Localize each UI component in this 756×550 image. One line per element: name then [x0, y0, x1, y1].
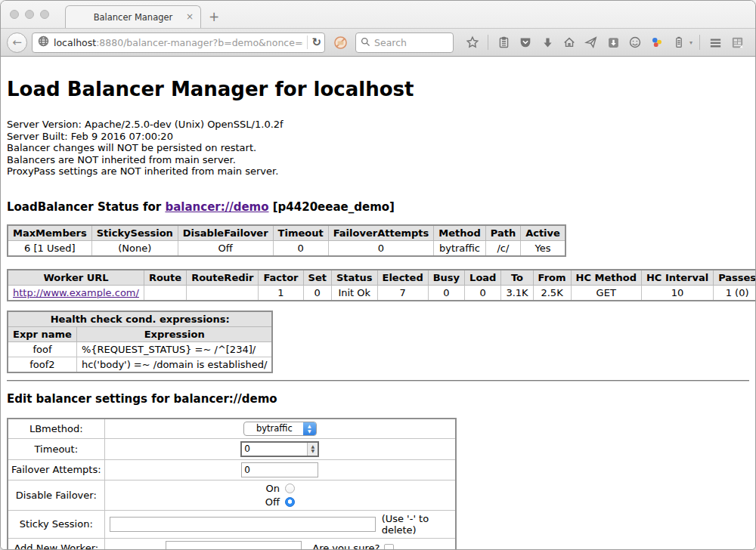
table-header-cell: Expression [76, 326, 272, 341]
toolbar-icons: ▾ [464, 34, 745, 51]
server-info: Server Version: Apache/2.5.0-dev (Unix) … [7, 119, 749, 178]
menu-hamburger-icon[interactable] [707, 34, 723, 51]
colored-dots-icon[interactable] [649, 34, 665, 51]
table-cell: bytraffic [434, 240, 485, 256]
back-icon: ← [12, 36, 22, 49]
back-button[interactable]: ← [7, 32, 27, 53]
table-cell: 0 [465, 285, 501, 301]
sticky-session-note: (Use '-' to delete) [382, 513, 451, 536]
expression-cell: hc('body') =~ /domain is established/ [76, 357, 272, 372]
browser-tab[interactable]: Balancer Manager × [65, 5, 201, 28]
zoom-window-button[interactable] [40, 10, 49, 19]
health-check-table: Health check cond. expressions:Expr name… [7, 311, 273, 373]
status-heading-suffix: [p4420eeae_demo] [269, 200, 395, 214]
send-plane-icon[interactable] [583, 34, 600, 51]
reload-icon[interactable]: ↻ [311, 36, 321, 49]
table-header-cell: Expr name [8, 326, 76, 341]
table-header-cell: Busy [428, 270, 464, 286]
battery-icon[interactable] [671, 34, 687, 51]
url-domain: localhost [54, 37, 96, 48]
downloads-icon[interactable] [539, 34, 556, 51]
lbmethod-row: LBmethod: bytraffic ▲▼ [8, 419, 456, 439]
search-icon [361, 36, 370, 50]
tab-close-icon[interactable]: × [186, 11, 194, 22]
lbmethod-select[interactable]: bytraffic ▲▼ [243, 422, 317, 436]
table-cell: 1 (0) [714, 285, 755, 301]
pocket-icon[interactable] [517, 34, 534, 51]
timeout-input[interactable] [242, 443, 307, 456]
table-header-cell: DisableFailover [178, 225, 273, 241]
table-header-cell: Timeout [273, 225, 328, 241]
failover-attempts-row: Failover Attempts: [8, 459, 456, 480]
number-spinner-icon[interactable]: ▲▼ [307, 443, 318, 456]
radio-off-label: Off [265, 496, 280, 508]
table-cell: /c/ [485, 240, 520, 256]
section-divider [7, 380, 749, 382]
url-text[interactable]: localhost:8880/balancer-manager?b=demo&n… [54, 37, 303, 48]
table-row: foof2hc('body') =~ /domain is establishe… [8, 357, 272, 372]
window-controls[interactable] [10, 10, 49, 19]
add-worker-label: Add New Worker: [8, 538, 104, 549]
loadbalancer-status-heading: LoadBalancer Status for balancer://demo … [7, 200, 749, 214]
health-table-title: Health check cond. expressions: [8, 311, 272, 327]
expr-name-cell: foof [8, 341, 76, 357]
radio-on-label: On [265, 483, 279, 494]
bookmark-star-icon[interactable] [464, 34, 481, 51]
table-header-cell: Load [465, 270, 501, 286]
table-header-cell: HC Method [571, 270, 641, 286]
search-bar[interactable]: Search [355, 32, 454, 53]
worker-url-link[interactable]: http://www.example.com/ [13, 287, 139, 298]
search-placeholder: Search [374, 37, 407, 48]
sticky-session-input[interactable] [110, 517, 376, 532]
table-cell [187, 285, 259, 301]
disable-failover-on-radio[interactable] [285, 484, 295, 493]
server-info-line: Server Version: Apache/2.5.0-dev (Unix) … [7, 119, 749, 131]
failover-attempts-input[interactable] [241, 462, 318, 477]
minimize-window-button[interactable] [25, 10, 34, 19]
table-cell: 0 [428, 285, 464, 301]
chevron-down-icon[interactable]: ▾ [689, 39, 692, 46]
server-info-line: Balancer changes will NOT be persisted o… [7, 142, 749, 154]
timeout-row: Timeout: ▲▼ [8, 438, 456, 459]
table-header-cell: To [501, 270, 533, 286]
table-header-cell: Route [144, 270, 186, 286]
feedback-smiley-icon[interactable] [627, 34, 643, 51]
new-tab-button[interactable]: + [201, 7, 227, 26]
close-window-button[interactable] [10, 10, 19, 19]
lbmethod-selected-value: bytraffic [244, 423, 303, 434]
table-header-cell: Worker URL [8, 270, 144, 286]
expr-name-cell: foof2 [8, 357, 76, 372]
image-block-icon[interactable] [332, 34, 349, 51]
table-header-cell: Set [303, 270, 331, 286]
timeout-label: Timeout: [8, 438, 104, 459]
tab-groups-icon[interactable] [729, 34, 745, 51]
failover-attempts-label: Failover Attempts: [8, 459, 104, 480]
lbmethod-label: LBmethod: [8, 419, 104, 439]
table-header-cell: MaxMembers [8, 225, 91, 241]
worker-url-cell: http://www.example.com/ [8, 285, 144, 301]
table-row: foof%{REQUEST_STATUS} =~ /^[234]/ [8, 341, 272, 357]
url-bar[interactable]: localhost:8880/balancer-manager?b=demo&n… [32, 32, 325, 53]
sticky-session-row: Sticky Session: (Use '-' to delete) [8, 510, 456, 538]
table-header-cell: Factor [259, 270, 303, 286]
home-icon[interactable] [561, 34, 578, 51]
are-you-sure-checkbox[interactable] [384, 544, 394, 549]
table-cell: Init Ok [331, 285, 377, 301]
disable-failover-off-radio[interactable] [285, 497, 295, 507]
server-info-line: Server Built: Feb 9 2016 07:00:20 [7, 131, 749, 143]
server-info-line: Balancers are NOT inherited from main se… [7, 154, 749, 166]
url-path: :8880/balancer-manager?b=demo&nonce=decc… [96, 37, 303, 48]
status-heading-prefix: LoadBalancer Status for [7, 200, 165, 214]
save-page-icon[interactable] [605, 34, 621, 51]
table-cell: 7 [377, 285, 428, 301]
navigation-toolbar: ← localhost:8880/balancer-manager?b=demo… [1, 28, 755, 57]
table-header-cell: Elected [377, 270, 428, 286]
table-header-cell: From [533, 270, 571, 286]
table-header-cell: Method [434, 225, 485, 241]
balancer-link[interactable]: balancer://demo [165, 200, 268, 214]
reading-list-icon[interactable] [495, 34, 512, 51]
edit-balancer-form: LBmethod: bytraffic ▲▼ Timeout: ▲▼ [7, 418, 457, 550]
edit-settings-heading: Edit balancer settings for balancer://de… [7, 392, 749, 406]
table-row: 6 [1 Used](None)Off00bytraffic/c/Yes [8, 240, 565, 256]
add-worker-input[interactable] [166, 541, 302, 550]
